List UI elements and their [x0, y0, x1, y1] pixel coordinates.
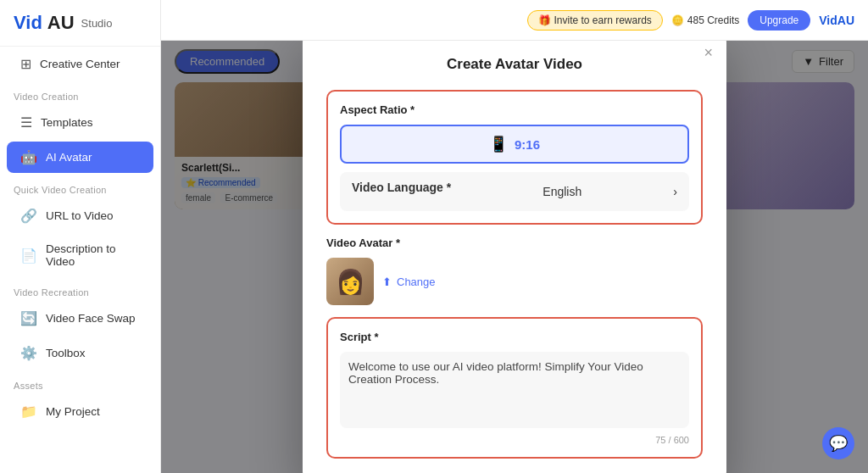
avatar-thumbnail: 👩 — [326, 258, 374, 305]
sidebar-item-description-to-video[interactable]: 📄 Description to Video — [7, 235, 153, 275]
sidebar-item-toolbox[interactable]: ⚙️ Toolbox — [7, 337, 153, 369]
credits-icon: 🪙 — [671, 14, 684, 26]
sidebar-item-templates[interactable]: ☰ Templates — [7, 107, 153, 138]
aspect-ratio-button[interactable]: 📱 9:16 — [340, 125, 689, 164]
language-value: English — [542, 185, 581, 198]
my-project-label: My Project — [46, 405, 100, 418]
change-label: Change — [397, 275, 436, 288]
aspect-ratio-label: Aspect Ratio * — [340, 103, 689, 116]
sidebar-item-url-to-video[interactable]: 🔗 URL to Video — [7, 200, 153, 231]
invite-button[interactable]: 🎁 Invite to earn rewards — [527, 10, 663, 31]
modal-close-button[interactable]: × — [704, 44, 713, 62]
toolbox-label: Toolbox — [46, 347, 86, 359]
sidebar: VidAU Studio ⊞ Creative Center Video Cre… — [0, 0, 161, 473]
sidebar-item-face-swap[interactable]: 🔄 Video Face Swap — [7, 303, 153, 334]
sidebar-item-creative-center[interactable]: ⊞ Creative Center — [7, 48, 153, 80]
invite-icon: 🎁 — [538, 14, 551, 26]
video-language-label: Video Language * — [352, 181, 451, 194]
phone-icon: 📱 — [489, 135, 508, 153]
credits-display: 🪙 485 Credits — [671, 14, 739, 26]
quick-creation-section-label: Quick Video Creation — [0, 175, 160, 198]
video-avatar-label: Video Avatar * — [326, 236, 703, 249]
logo-au: AU — [47, 12, 75, 34]
video-recreation-section-label: Video Recreation — [0, 277, 160, 301]
modal-overlay: Create Avatar Video × Aspect Ratio * 📱 9… — [161, 41, 868, 473]
video-avatar-section: Video Avatar * 👩 ⬆ Change — [326, 236, 703, 305]
description-icon: 📄 — [20, 248, 37, 264]
video-language-row[interactable]: Video Language * English › — [340, 172, 689, 211]
video-creation-section-label: Video Creation — [0, 81, 160, 105]
url-to-video-label: URL to Video — [46, 209, 114, 222]
templates-label: Templates — [41, 116, 93, 129]
creative-center-label: Creative Center — [40, 58, 120, 70]
aspect-ratio-section: Aspect Ratio * 📱 9:16 Video Language * E… — [326, 90, 703, 225]
logo-area: VidAU Studio — [0, 0, 160, 47]
logo-studio: Studio — [81, 17, 113, 30]
face-swap-label: Video Face Swap — [46, 312, 136, 325]
chat-support-button[interactable]: 💬 — [822, 427, 854, 459]
topbar-brand: VidAU — [819, 14, 854, 27]
aspect-ratio-value: 9:16 — [515, 137, 540, 152]
sidebar-item-ai-avatar[interactable]: 🤖 AI Avatar — [7, 142, 153, 173]
topbar: 🎁 Invite to earn rewards 🪙 485 Credits U… — [161, 0, 868, 41]
toolbox-icon: ⚙️ — [20, 345, 37, 361]
create-avatar-modal: Create Avatar Video × Aspect Ratio * 📱 9… — [303, 41, 726, 473]
logo-vid: Vid — [14, 12, 42, 34]
script-section: Script * Welcome to use our AI video pla… — [326, 317, 703, 459]
script-label: Script * — [340, 331, 689, 343]
script-counter: 75 / 600 — [340, 435, 689, 445]
avatar-row: 👩 ⬆ Change — [326, 258, 703, 305]
description-to-video-label: Description to Video — [46, 242, 140, 268]
project-icon: 📁 — [20, 403, 37, 420]
script-textarea[interactable]: Welcome to use our AI video platform! Si… — [340, 352, 689, 428]
content-area: Recommended ▼ Filter Scarlett(Si... ⭐ Re… — [161, 41, 868, 473]
grid-icon: ⊞ — [20, 56, 31, 72]
assets-section-label: Assets — [0, 370, 160, 394]
main-content: 🎁 Invite to earn rewards 🪙 485 Credits U… — [161, 0, 868, 473]
change-icon: ⬆ — [382, 275, 392, 288]
avatar-person-icon: 👩 — [336, 268, 365, 296]
chevron-right-icon: › — [673, 185, 677, 198]
change-avatar-button[interactable]: ⬆ Change — [382, 275, 436, 288]
credits-count: 485 Credits — [687, 14, 739, 26]
chat-icon: 💬 — [829, 434, 848, 453]
modal-title: Create Avatar Video — [326, 56, 703, 73]
templates-icon: ☰ — [20, 114, 32, 131]
link-icon: 🔗 — [20, 208, 37, 224]
face-swap-icon: 🔄 — [20, 310, 37, 326]
ai-avatar-label: AI Avatar — [46, 151, 92, 164]
sidebar-item-my-project[interactable]: 📁 My Project — [7, 396, 153, 427]
avatar-icon: 🤖 — [20, 149, 37, 165]
upgrade-button[interactable]: Upgrade — [748, 10, 810, 31]
invite-label: Invite to earn rewards — [554, 14, 651, 26]
